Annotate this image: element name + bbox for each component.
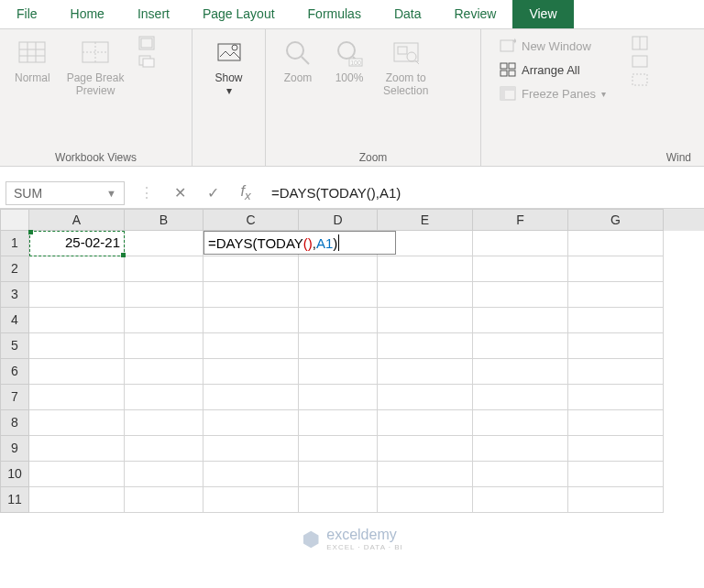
- cell-F6[interactable]: [473, 359, 568, 385]
- cell-F9[interactable]: [473, 436, 568, 462]
- col-header-C[interactable]: C: [204, 209, 299, 231]
- row-header-5[interactable]: 5: [0, 333, 29, 359]
- row-header-11[interactable]: 11: [0, 487, 29, 513]
- cell-C5[interactable]: [204, 333, 299, 359]
- row-header-10[interactable]: 10: [0, 462, 29, 487]
- tab-review[interactable]: Review: [438, 0, 513, 28]
- cell-C10[interactable]: [204, 462, 299, 487]
- cancel-button[interactable]: ✕: [163, 184, 196, 201]
- cell-G4[interactable]: [568, 308, 664, 333]
- zoom-100-button[interactable]: 100 100%: [326, 35, 372, 88]
- cell-A1[interactable]: 25-02-21: [29, 231, 125, 256]
- tab-home[interactable]: Home: [54, 0, 121, 28]
- row-header-9[interactable]: 9: [0, 436, 29, 462]
- cell-B6[interactable]: [125, 359, 204, 385]
- new-window-button[interactable]: ✦ New Window: [494, 35, 611, 57]
- cell-B9[interactable]: [125, 436, 204, 462]
- cell-G5[interactable]: [568, 333, 664, 359]
- cell-G3[interactable]: [568, 282, 664, 308]
- cell-G9[interactable]: [568, 436, 664, 462]
- cell-C6[interactable]: [204, 359, 299, 385]
- tab-insert[interactable]: Insert: [121, 0, 186, 28]
- cell-D9[interactable]: [299, 436, 378, 462]
- cell-E8[interactable]: [378, 410, 473, 436]
- cell-C3[interactable]: [204, 282, 299, 308]
- cell-G10[interactable]: [568, 462, 664, 487]
- cells-area[interactable]: 25-02-21=DAYS(TODAY(),A1): [29, 231, 664, 513]
- cell-D4[interactable]: [299, 308, 378, 333]
- cell-C8[interactable]: [204, 410, 299, 436]
- zoom-button[interactable]: Zoom: [275, 35, 321, 88]
- cell-F7[interactable]: [473, 385, 568, 410]
- cell-A7[interactable]: [29, 385, 125, 410]
- row-header-8[interactable]: 8: [0, 410, 29, 436]
- col-header-A[interactable]: A: [29, 209, 125, 231]
- cell-D11[interactable]: [299, 487, 378, 513]
- cell-D5[interactable]: [299, 333, 378, 359]
- cell-E3[interactable]: [378, 282, 473, 308]
- row-header-4[interactable]: 4: [0, 308, 29, 333]
- tab-formulas[interactable]: Formulas: [292, 0, 378, 28]
- tab-view[interactable]: View: [512, 0, 573, 28]
- cell-E5[interactable]: [378, 333, 473, 359]
- cell-B4[interactable]: [125, 308, 204, 333]
- unhide-icon[interactable]: [632, 71, 648, 88]
- cell-B5[interactable]: [125, 333, 204, 359]
- cell-A4[interactable]: [29, 308, 125, 333]
- col-header-D[interactable]: D: [299, 209, 378, 231]
- cell-E11[interactable]: [378, 487, 473, 513]
- cell-A11[interactable]: [29, 487, 125, 513]
- cell-B10[interactable]: [125, 462, 204, 487]
- cell-C2[interactable]: [204, 256, 299, 282]
- zoom-to-selection-button[interactable]: Zoom to Selection: [378, 35, 434, 102]
- name-box[interactable]: SUM ▼: [6, 181, 125, 205]
- cell-G2[interactable]: [568, 256, 664, 282]
- formula-input[interactable]: [262, 181, 704, 205]
- cell-F8[interactable]: [473, 410, 568, 436]
- fx-button[interactable]: fx: [229, 183, 262, 202]
- cell-E2[interactable]: [378, 256, 473, 282]
- cell-F4[interactable]: [473, 308, 568, 333]
- cell-B8[interactable]: [125, 410, 204, 436]
- row-header-2[interactable]: 2: [0, 256, 29, 282]
- cell-D2[interactable]: [299, 256, 378, 282]
- cell-F11[interactable]: [473, 487, 568, 513]
- hide-icon[interactable]: [632, 53, 648, 70]
- select-all-corner[interactable]: [0, 209, 29, 231]
- row-header-1[interactable]: 1: [0, 231, 29, 256]
- cell-F5[interactable]: [473, 333, 568, 359]
- cell-A6[interactable]: [29, 359, 125, 385]
- cell-F1[interactable]: [473, 231, 568, 256]
- cell-C11[interactable]: [204, 487, 299, 513]
- cell-C4[interactable]: [204, 308, 299, 333]
- freeze-panes-button[interactable]: Freeze Panes ▾: [494, 82, 611, 104]
- cell-A8[interactable]: [29, 410, 125, 436]
- row-header-3[interactable]: 3: [0, 282, 29, 308]
- cell-G6[interactable]: [568, 359, 664, 385]
- arrange-all-button[interactable]: Arrange All: [494, 59, 611, 81]
- cell-G7[interactable]: [568, 385, 664, 410]
- cell-D10[interactable]: [299, 462, 378, 487]
- cell-C9[interactable]: [204, 436, 299, 462]
- cell-D3[interactable]: [299, 282, 378, 308]
- show-button[interactable]: Show▾: [206, 35, 252, 102]
- cell-A3[interactable]: [29, 282, 125, 308]
- row-header-7[interactable]: 7: [0, 385, 29, 410]
- cell-B7[interactable]: [125, 385, 204, 410]
- custom-views-icon[interactable]: [138, 53, 155, 70]
- normal-view-button[interactable]: Normal: [9, 35, 56, 88]
- cell-E10[interactable]: [378, 462, 473, 487]
- page-break-preview-button[interactable]: Page Break Preview: [61, 35, 130, 102]
- cell-C7[interactable]: [204, 385, 299, 410]
- cell-F10[interactable]: [473, 462, 568, 487]
- cell-B2[interactable]: [125, 256, 204, 282]
- cell-G8[interactable]: [568, 410, 664, 436]
- cell-E6[interactable]: [378, 359, 473, 385]
- split-icon[interactable]: [632, 35, 648, 51]
- cell-G11[interactable]: [568, 487, 664, 513]
- col-header-B[interactable]: B: [125, 209, 204, 231]
- cell-D7[interactable]: [299, 385, 378, 410]
- cell-E9[interactable]: [378, 436, 473, 462]
- cell-D6[interactable]: [299, 359, 378, 385]
- cell-A9[interactable]: [29, 436, 125, 462]
